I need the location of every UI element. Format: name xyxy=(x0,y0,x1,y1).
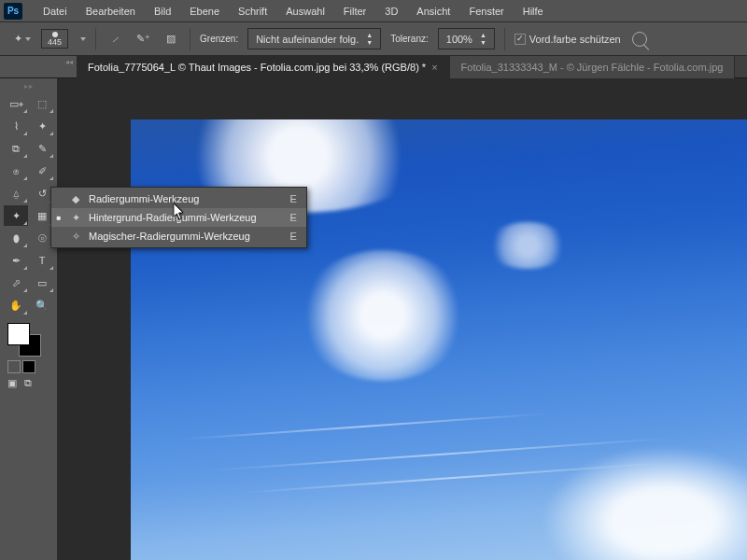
lasso-tool[interactable]: ⌇ xyxy=(4,116,28,136)
flyout-shortcut: E xyxy=(290,193,297,204)
divider xyxy=(504,28,505,50)
shape-tool[interactable]: ▭ xyxy=(30,273,54,293)
pen-tool[interactable]: ✒ xyxy=(4,250,28,271)
color-swatches[interactable] xyxy=(0,317,57,357)
document-tab-active[interactable]: Fotolia_7775064_L © Thaut Images - Fotol… xyxy=(77,56,450,78)
brush-tool[interactable]: ✐ xyxy=(30,161,54,181)
divider xyxy=(95,28,96,50)
zoom-tool[interactable]: 🔍 xyxy=(30,295,54,315)
flyout-item-magic-eraser[interactable]: ✧ Magischer-Radiergummi-Werkzeug E xyxy=(51,227,306,245)
menu-3d[interactable]: 3D xyxy=(375,0,407,22)
move-tool[interactable]: ▭✥ xyxy=(4,93,28,114)
panel-handle-icon[interactable]: ▸▸ xyxy=(0,82,57,91)
protect-label: Vord.farbe schützen xyxy=(529,34,621,45)
screen-mode-icon[interactable]: ▣ xyxy=(7,377,17,389)
menu-bild[interactable]: Bild xyxy=(145,0,180,22)
bg-eraser-icon: ✦ xyxy=(68,212,83,224)
limits-label: Grenzen: xyxy=(200,34,238,44)
menu-schrift[interactable]: Schrift xyxy=(229,0,276,22)
marquee-tool[interactable]: ⬚ xyxy=(30,93,54,114)
canvas-area xyxy=(58,78,747,560)
flyout-shortcut: E xyxy=(290,212,297,223)
check-icon: ✓ xyxy=(516,35,524,43)
tolerance-select[interactable]: 100% ▲▼ xyxy=(438,28,495,49)
menu-ebene[interactable]: Ebene xyxy=(180,0,229,22)
menu-fenster[interactable]: Fenster xyxy=(459,0,513,22)
foreground-color[interactable] xyxy=(7,323,30,345)
menu-bearbeiten[interactable]: Bearbeiten xyxy=(77,0,145,22)
hand-tool[interactable]: ✋ xyxy=(4,295,28,315)
type-tool[interactable]: T xyxy=(30,250,54,271)
healing-brush-tool[interactable]: ⍟ xyxy=(4,161,28,181)
screen-mode-alt-icon[interactable]: ⧉ xyxy=(24,377,32,389)
menu-datei[interactable]: Datei xyxy=(34,0,77,22)
divider xyxy=(190,28,190,50)
pen-pressure-icon[interactable] xyxy=(630,30,649,49)
tolerance-value: 100% xyxy=(446,34,472,45)
magic-wand-tool[interactable]: ✦ xyxy=(30,116,54,136)
flyout-shortcut: E xyxy=(290,231,297,242)
limits-value: Nicht aufeinander folg. xyxy=(256,34,359,45)
app-icon: Ps xyxy=(4,3,22,20)
quickmask-icon[interactable] xyxy=(7,360,21,373)
protect-foreground-checkbox[interactable]: ✓ Vord.farbe schützen xyxy=(514,34,621,45)
options-bar: ✦ 445 ⟋ ✎⁺ ▨ Grenzen: Nicht aufeinander … xyxy=(0,22,747,56)
menu-filter[interactable]: Filter xyxy=(334,0,375,22)
workspace: ▸▸ ▭✥ ⬚ ⌇ ✦ ⧉ ✎ ⍟ ✐ ⍙ ↺ ✦ ▦ ⬮ ⦾ ✒ T ⬀ ▭ … xyxy=(0,78,747,560)
limits-select[interactable]: Nicht aufeinander folg. ▲▼ xyxy=(247,28,381,49)
bullet-icon: ■ xyxy=(55,214,63,222)
close-icon[interactable]: × xyxy=(431,56,437,78)
sampling-swatch-icon[interactable]: ▨ xyxy=(162,30,180,49)
menu-auswahl[interactable]: Auswahl xyxy=(276,0,334,22)
magic-eraser-icon: ✧ xyxy=(68,231,83,243)
sampling-continuous-icon[interactable]: ⟋ xyxy=(106,30,124,49)
menu-ansicht[interactable]: Ansicht xyxy=(407,0,459,22)
quickmask-alt-icon[interactable] xyxy=(22,360,35,373)
image-content xyxy=(542,446,747,560)
document-canvas[interactable] xyxy=(131,119,747,560)
brush-dropdown-icon[interactable] xyxy=(80,37,86,41)
menubar: Ps Datei Bearbeiten Bild Ebene Schrift A… xyxy=(0,0,747,22)
clone-stamp-tool[interactable]: ⍙ xyxy=(4,183,28,203)
crop-tool[interactable]: ⧉ xyxy=(4,138,28,159)
tab-label: Fotolia_7775064_L © Thaut Images - Fotol… xyxy=(88,56,426,78)
image-content xyxy=(486,222,570,269)
document-tab-inactive[interactable]: Fotolia_31333343_M - © Jürgen Fälchle - … xyxy=(450,56,736,78)
mouse-cursor-icon xyxy=(174,203,187,220)
current-tool-icon[interactable]: ✦ xyxy=(13,30,32,49)
blur-tool[interactable]: ⬮ xyxy=(4,228,28,248)
menu-hilfe[interactable]: Hilfe xyxy=(514,0,553,22)
flyout-label: Magischer-Radiergummi-Werkzeug xyxy=(89,231,285,242)
brush-size-value: 445 xyxy=(48,37,62,47)
path-select-tool[interactable]: ⬀ xyxy=(4,273,28,293)
sampling-once-icon[interactable]: ✎⁺ xyxy=(134,30,152,49)
eraser-icon: ◆ xyxy=(68,193,83,205)
brush-preset-picker[interactable]: 445 xyxy=(41,29,68,49)
eraser-tool[interactable]: ✦ xyxy=(4,205,28,226)
tab-label: Fotolia_31333343_M - © Jürgen Fälchle - … xyxy=(461,56,724,78)
tolerance-label: Toleranz: xyxy=(390,34,429,44)
document-tab-bar: ◂◂ Fotolia_7775064_L © Thaut Images - Fo… xyxy=(0,56,747,78)
toolbox: ▸▸ ▭✥ ⬚ ⌇ ✦ ⧉ ✎ ⍟ ✐ ⍙ ↺ ✦ ▦ ⬮ ⦾ ✒ T ⬀ ▭ … xyxy=(0,78,58,560)
eyedropper-tool[interactable]: ✎ xyxy=(30,138,54,159)
image-content xyxy=(177,413,550,441)
tab-handle: ◂◂ xyxy=(0,56,77,77)
image-content xyxy=(299,250,467,381)
